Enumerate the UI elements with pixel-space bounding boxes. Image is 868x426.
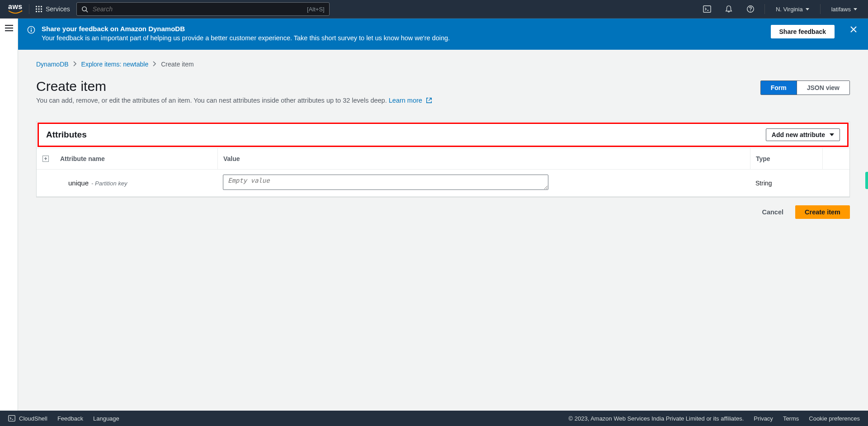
- svg-point-14: [750, 10, 751, 11]
- bell-icon: [725, 5, 733, 13]
- attribute-name-cell: unique - Partition key: [55, 179, 217, 187]
- add-new-attribute-button[interactable]: Add new attribute: [766, 128, 840, 141]
- terms-link[interactable]: Terms: [783, 415, 799, 422]
- privacy-link[interactable]: Privacy: [754, 415, 773, 422]
- notifications-button[interactable]: [721, 0, 736, 18]
- col-value: Value: [217, 148, 750, 169]
- help-button[interactable]: [743, 0, 758, 18]
- aws-logo[interactable]: aws: [8, 3, 23, 15]
- divider: [764, 4, 765, 14]
- svg-rect-3: [36, 9, 37, 10]
- side-handle[interactable]: [865, 172, 868, 189]
- region-label: N. Virginia: [776, 6, 803, 13]
- col-actions: [822, 148, 849, 169]
- svg-point-9: [82, 6, 86, 10]
- region-selector[interactable]: N. Virginia: [771, 6, 814, 13]
- services-menu[interactable]: Services: [36, 5, 70, 13]
- account-menu[interactable]: latifaws: [827, 6, 862, 13]
- share-feedback-button[interactable]: Share feedback: [771, 25, 835, 38]
- svg-rect-4: [38, 9, 40, 10]
- cloudshell-icon: [703, 5, 711, 13]
- tab-json-view[interactable]: JSON view: [797, 81, 849, 95]
- svg-rect-6: [36, 11, 37, 12]
- svg-rect-11: [703, 6, 711, 12]
- attributes-table-header: + Attribute name Value Type: [37, 148, 849, 170]
- attributes-panel: Attributes Add new attribute + Attribute…: [36, 121, 850, 197]
- breadcrumb-current: Create item: [161, 61, 193, 68]
- copyright: © 2023, Amazon Web Services India Privat…: [569, 415, 744, 422]
- svg-rect-1: [38, 6, 40, 7]
- attribute-value-input[interactable]: [223, 175, 548, 190]
- attr-key: unique: [68, 179, 89, 187]
- page-content: DynamoDB Explore items: newtable Create …: [18, 50, 868, 411]
- user-label: latifaws: [831, 6, 851, 13]
- close-icon: [850, 26, 857, 33]
- svg-line-23: [429, 98, 431, 101]
- attributes-title: Attributes: [46, 130, 87, 140]
- svg-rect-5: [41, 9, 42, 10]
- caret-down-icon: [854, 8, 857, 10]
- search-input[interactable]: [92, 5, 303, 13]
- svg-rect-24: [9, 416, 15, 421]
- page-description: You can add, remove, or edit the attribu…: [36, 97, 432, 105]
- caret-down-icon: [806, 8, 809, 10]
- cloudshell-icon: [8, 415, 15, 422]
- breadcrumb: DynamoDB Explore items: newtable Create …: [36, 61, 850, 68]
- search-box[interactable]: [Alt+S]: [76, 2, 330, 16]
- page-title: Create item: [36, 79, 432, 94]
- cloudshell-link[interactable]: CloudShell: [8, 415, 47, 422]
- banner-desc: Your feedback is an important part of he…: [42, 34, 764, 42]
- svg-line-10: [86, 10, 88, 12]
- search-icon: [81, 6, 88, 13]
- attributes-panel-header: Attributes Add new attribute: [38, 123, 849, 147]
- breadcrumb-link-explore-items[interactable]: Explore items: newtable: [81, 61, 149, 68]
- tab-form[interactable]: Form: [761, 81, 797, 95]
- hamburger-icon: [5, 25, 13, 31]
- feedback-link[interactable]: Feedback: [57, 415, 83, 422]
- attr-hint: - Partition key: [91, 180, 127, 187]
- learn-more-link[interactable]: Learn more: [389, 97, 432, 104]
- cookie-prefs-link[interactable]: Cookie preferences: [809, 415, 860, 422]
- attribute-type-cell: String: [750, 180, 822, 187]
- col-attribute-name: Attribute name: [55, 155, 217, 162]
- svg-point-19: [31, 28, 32, 28]
- divider: [820, 4, 821, 14]
- breadcrumb-link-dynamodb[interactable]: DynamoDB: [36, 61, 69, 68]
- svg-rect-0: [36, 6, 37, 7]
- form-actions: Cancel Create item: [36, 205, 850, 219]
- table-row: unique - Partition key String: [37, 170, 849, 197]
- top-nav: aws Services [Alt+S] N. Virginia lati: [0, 0, 868, 19]
- svg-rect-7: [38, 11, 40, 12]
- help-icon: [746, 5, 755, 13]
- chevron-right-icon: [73, 61, 77, 68]
- svg-rect-8: [41, 11, 42, 12]
- create-item-button[interactable]: Create item: [795, 205, 850, 219]
- col-type: Type: [750, 148, 822, 169]
- search-shortcut: [Alt+S]: [307, 6, 325, 13]
- close-banner-button[interactable]: [848, 24, 859, 36]
- chevron-right-icon: [153, 61, 156, 68]
- svg-rect-20: [31, 29, 32, 32]
- language-link[interactable]: Language: [93, 415, 119, 422]
- feedback-banner: Share your feedback on Amazon DynamoDB Y…: [18, 19, 868, 50]
- services-label: Services: [46, 5, 70, 13]
- external-link-icon: [426, 97, 432, 105]
- expand-all-icon[interactable]: +: [42, 156, 49, 162]
- open-nav-button[interactable]: [5, 25, 13, 31]
- grid-icon: [36, 6, 42, 12]
- attributes-table: + Attribute name Value Type unique - Par…: [37, 148, 849, 197]
- banner-title: Share your feedback on Amazon DynamoDB: [42, 25, 764, 33]
- divider: [29, 4, 29, 14]
- view-toggle: Form JSON view: [760, 80, 850, 95]
- cloudshell-icon-button[interactable]: [699, 0, 715, 18]
- svg-rect-2: [41, 6, 42, 7]
- caret-down-icon: [830, 133, 834, 136]
- info-icon: [27, 26, 35, 35]
- side-rail: [0, 19, 18, 411]
- footer-bar: CloudShell Feedback Language © 2023, Ama…: [0, 411, 868, 426]
- cancel-button[interactable]: Cancel: [757, 206, 788, 218]
